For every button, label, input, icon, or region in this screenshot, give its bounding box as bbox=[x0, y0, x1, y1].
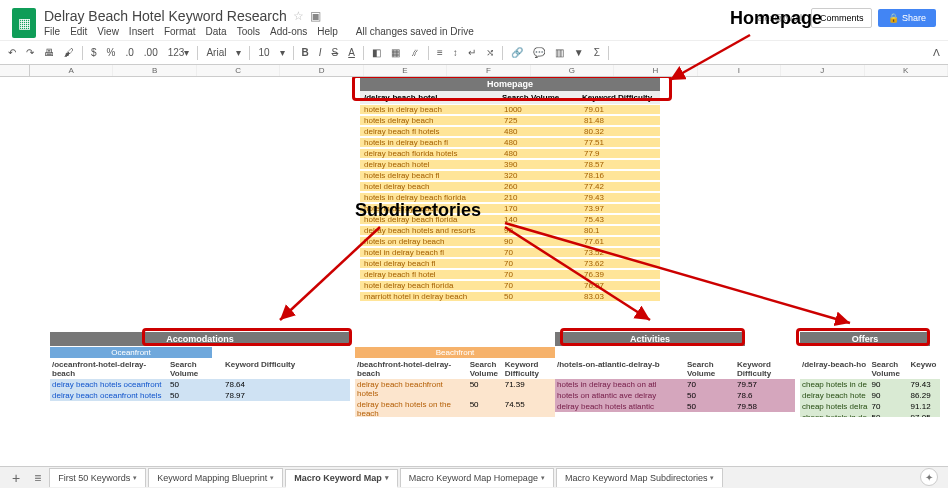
homepage-row[interactable]: hotel delray beach26077.42 bbox=[360, 181, 660, 192]
print-icon[interactable]: 🖶 bbox=[42, 45, 56, 60]
link-icon[interactable]: 🔗 bbox=[509, 45, 525, 60]
homepage-row[interactable]: hotels on delray beach9077.61 bbox=[360, 236, 660, 247]
sheet-tab[interactable]: Macro Keyword Map▾ bbox=[285, 469, 398, 488]
menu-file[interactable]: File bbox=[44, 26, 60, 37]
homepage-row[interactable]: hotels in delray beach fl48077.51 bbox=[360, 137, 660, 148]
paint-format-icon[interactable]: 🖌 bbox=[62, 45, 76, 60]
sheet-tab[interactable]: Keyword Mapping Blueprint▾ bbox=[148, 468, 283, 487]
table-row[interactable]: delray beach oceanfront hotels5078.97 bbox=[50, 390, 350, 401]
col-header-K[interactable]: K bbox=[865, 65, 948, 76]
homepage-row[interactable]: delray beach florida hotels48077.9 bbox=[360, 148, 660, 159]
strike-icon[interactable]: S bbox=[330, 45, 341, 60]
star-icon[interactable]: ☆ bbox=[293, 9, 304, 23]
table-row[interactable]: delray beach beachfront hotels5071.39 bbox=[355, 379, 555, 399]
text-color-icon[interactable]: A bbox=[346, 45, 357, 60]
font-size-dropdown-icon[interactable]: ▾ bbox=[278, 45, 287, 60]
col-header-A[interactable]: A bbox=[30, 65, 113, 76]
activities-kd: Keyword Difficulty bbox=[735, 359, 795, 379]
col-header-F[interactable]: F bbox=[447, 65, 530, 76]
italic-icon[interactable]: I bbox=[317, 45, 324, 60]
menu-view[interactable]: View bbox=[97, 26, 119, 37]
table-row[interactable]: cheap hotels in de5097.05 bbox=[800, 412, 940, 417]
undo-icon[interactable]: ↶ bbox=[6, 45, 18, 60]
homepage-row[interactable]: hotel delray beach florida7076.07 bbox=[360, 280, 660, 291]
menu-add-ons[interactable]: Add-ons bbox=[270, 26, 307, 37]
homepage-row[interactable]: hotels delray beach florida14075.43 bbox=[360, 214, 660, 225]
table-row[interactable]: delray beach hote9086.29 bbox=[800, 390, 940, 401]
halign-icon[interactable]: ≡ bbox=[435, 45, 445, 60]
sheet-tab[interactable]: First 50 Keywords▾ bbox=[49, 468, 146, 487]
col-header-D[interactable]: D bbox=[280, 65, 363, 76]
col-header-I[interactable]: I bbox=[698, 65, 781, 76]
bold-icon[interactable]: B bbox=[300, 45, 311, 60]
spreadsheet-grid[interactable]: Homepage /delray-beach-hotel Search Volu… bbox=[0, 77, 948, 417]
document-title[interactable]: Delray Beach Hotel Keyword Research bbox=[44, 8, 287, 24]
font-size[interactable]: 10 bbox=[256, 45, 271, 60]
table-row[interactable]: delray beach hotels atlantic5079.58 bbox=[555, 401, 795, 412]
homepage-row[interactable]: delray beach hotel39078.57 bbox=[360, 159, 660, 170]
valign-icon[interactable]: ↕ bbox=[451, 45, 460, 60]
share-button[interactable]: 🔒 Share bbox=[878, 9, 936, 27]
select-all-cell[interactable] bbox=[0, 65, 30, 76]
homepage-row[interactable]: hotel in delray beach fl7073.52 bbox=[360, 247, 660, 258]
offers-block: /delray-beach-ho Search Volume Keywo che… bbox=[800, 359, 940, 417]
menu-insert[interactable]: Insert bbox=[129, 26, 154, 37]
explore-button[interactable]: ✦ bbox=[920, 468, 938, 486]
folder-icon[interactable]: ▣ bbox=[310, 9, 321, 23]
menu-format[interactable]: Format bbox=[164, 26, 196, 37]
menu-data[interactable]: Data bbox=[206, 26, 227, 37]
col-header-B[interactable]: B bbox=[113, 65, 196, 76]
menu-help[interactable]: Help bbox=[317, 26, 338, 37]
wrap-icon[interactable]: ↵ bbox=[466, 45, 478, 60]
filter-icon[interactable]: ▼ bbox=[572, 45, 586, 60]
menu-edit[interactable]: Edit bbox=[70, 26, 87, 37]
add-sheet-button[interactable]: + bbox=[6, 470, 26, 486]
table-row[interactable]: delray beach hotels oceanfront5078.64 bbox=[50, 379, 350, 390]
homepage-row[interactable]: marriott hotel in delray beach5083.03 bbox=[360, 291, 660, 302]
col-header-G[interactable]: G bbox=[531, 65, 614, 76]
homepage-row[interactable]: hotels delray beach fl32078.16 bbox=[360, 170, 660, 181]
sheet-tab[interactable]: Macro Keyword Map Subdirectories▾ bbox=[556, 468, 724, 487]
col-header-C[interactable]: C bbox=[197, 65, 280, 76]
document-header: ▦ Delray Beach Hotel Keyword Research ☆ … bbox=[0, 0, 948, 40]
homepage-row[interactable]: delray beach hotels and resorts9080.1 bbox=[360, 225, 660, 236]
col-header-J[interactable]: J bbox=[781, 65, 864, 76]
homepage-row[interactable]: delray beach fl hotels48080.32 bbox=[360, 126, 660, 137]
menu-tools[interactable]: Tools bbox=[237, 26, 260, 37]
sheet-tab[interactable]: Macro Keyword Map Homepage▾ bbox=[400, 468, 554, 487]
homepage-row[interactable]: delray beach fl hotel7076.39 bbox=[360, 269, 660, 280]
merge-icon[interactable]: ⫽ bbox=[408, 45, 422, 60]
redo-icon[interactable]: ↷ bbox=[24, 45, 36, 60]
table-row[interactable]: cheap hotels delra7091.12 bbox=[800, 401, 940, 412]
homepage-row[interactable]: hotel delray beach fl7073.62 bbox=[360, 258, 660, 269]
homepage-row[interactable]: hotels in delray beach florida21079.43 bbox=[360, 192, 660, 203]
sheets-icon[interactable]: ▦ bbox=[12, 8, 36, 38]
separator bbox=[608, 46, 609, 60]
more-formats[interactable]: 123▾ bbox=[166, 45, 192, 60]
functions-icon[interactable]: Σ bbox=[592, 45, 602, 60]
comment-icon[interactable]: 💬 bbox=[531, 45, 547, 60]
homepage-row[interactable]: hotels in delray beach100079.01 bbox=[360, 104, 660, 115]
font-select[interactable]: Arial bbox=[204, 45, 228, 60]
format-currency[interactable]: $ bbox=[89, 45, 99, 60]
borders-icon[interactable]: ▦ bbox=[389, 45, 402, 60]
homepage-row[interactable]: hotel in delray beach17073.97 bbox=[360, 203, 660, 214]
fill-color-icon[interactable]: ◧ bbox=[370, 45, 383, 60]
table-row[interactable]: hotels in delray beach on atl7079.57 bbox=[555, 379, 795, 390]
format-percent[interactable]: % bbox=[105, 45, 118, 60]
all-sheets-button[interactable]: ≡ bbox=[30, 471, 45, 485]
format-decimal-inc[interactable]: .00 bbox=[142, 45, 160, 60]
comments-button[interactable]: Comments bbox=[811, 8, 873, 28]
font-dropdown-icon[interactable]: ▾ bbox=[234, 45, 243, 60]
offers-sv: Search Volume bbox=[870, 359, 909, 379]
collapse-toolbar-icon[interactable]: ᐱ bbox=[931, 45, 942, 60]
col-header-E[interactable]: E bbox=[364, 65, 447, 76]
table-row[interactable]: hotels on atlantic ave delray5078.6 bbox=[555, 390, 795, 401]
table-row[interactable]: delray beach hotels on the beach5074.55 bbox=[355, 399, 555, 417]
chart-icon[interactable]: ▥ bbox=[553, 45, 566, 60]
homepage-row[interactable]: hotels delray beach72581.48 bbox=[360, 115, 660, 126]
col-header-H[interactable]: H bbox=[614, 65, 697, 76]
format-decimal-dec[interactable]: .0 bbox=[123, 45, 135, 60]
table-row[interactable]: cheap hotels in de9079.43 bbox=[800, 379, 940, 390]
rotate-icon[interactable]: ⤭ bbox=[484, 45, 496, 60]
